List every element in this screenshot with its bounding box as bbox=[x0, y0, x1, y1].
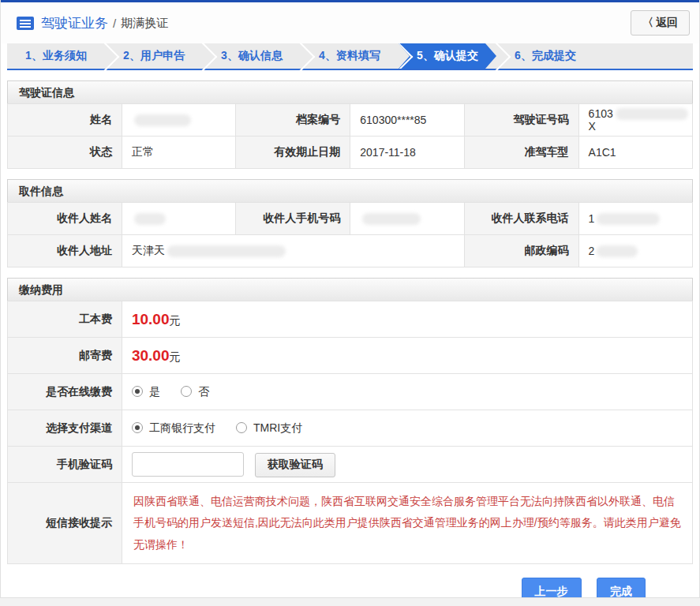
get-captcha-button[interactable]: 获取验证码 bbox=[255, 453, 335, 477]
table-row: 选择支付渠道 工商银行支付TMRI支付 bbox=[8, 410, 693, 447]
pay-channel-options: 工商银行支付TMRI支付 bbox=[122, 410, 692, 447]
table-row: 收件人地址 天津天 邮政编码 2 bbox=[8, 235, 693, 267]
section-license-header: 驾驶证信息 bbox=[7, 80, 693, 104]
tel-value: 1 bbox=[578, 203, 692, 235]
status-label: 状态 bbox=[8, 137, 122, 169]
captcha-input[interactable] bbox=[132, 452, 244, 477]
sms-notice-text: 因陕西省联通、电信运营商技术问题，陕西省互联网交通安全综合服务管理平台无法向持陕… bbox=[133, 495, 681, 551]
captcha-row: 获取验证码 bbox=[122, 447, 692, 483]
page: 驾驶证业务 / 期满换证 〈返回 1、业务须知 2、用户申告 3、确认信息 4、… bbox=[0, 0, 700, 606]
expiry-value: 2017-11-18 bbox=[350, 137, 464, 169]
recipient-value bbox=[122, 203, 235, 235]
section-fees-header: 缴纳费用 bbox=[7, 278, 693, 301]
step-tabs: 1、业务须知 2、用户申告 3、确认信息 4、资料填写 5、确认提交 6、完成提… bbox=[7, 43, 693, 70]
mail-fee-value: 30.00元 bbox=[122, 338, 692, 374]
work-fee-unit: 元 bbox=[170, 314, 181, 327]
redacted-value bbox=[167, 245, 286, 257]
mail-fee-label: 邮寄费 bbox=[8, 338, 122, 374]
class-value: A1C1 bbox=[578, 137, 692, 169]
name-value bbox=[122, 104, 235, 137]
table-row: 是否在线缴费 是否 bbox=[8, 374, 693, 410]
table-row: 工本费 10.00元 bbox=[8, 301, 693, 338]
zip-value: 2 bbox=[578, 235, 692, 267]
table-row: 收件人姓名 收件人手机号码 收件人联系电话 1 bbox=[8, 203, 693, 235]
mail-fee-unit: 元 bbox=[170, 350, 181, 363]
zip-label: 邮政编码 bbox=[464, 235, 578, 267]
tab-step-6[interactable]: 6、完成提交 bbox=[496, 43, 594, 69]
tab-bar-filler bbox=[594, 43, 693, 69]
table-row: 邮寄费 30.00元 bbox=[8, 338, 693, 374]
tel-label: 收件人联系电话 bbox=[464, 203, 578, 235]
tel-prefix: 1 bbox=[589, 212, 595, 225]
breadcrumb-separator: / bbox=[113, 17, 116, 30]
tab-step-6-label: 6、完成提交 bbox=[515, 49, 576, 63]
footer-actions: 上一步 完成 bbox=[7, 564, 693, 598]
pickup-table: 收件人姓名 收件人手机号码 收件人联系电话 1 收件人地址 天津天 邮政编码 2 bbox=[7, 202, 693, 267]
redacted-value bbox=[597, 213, 660, 225]
chevron-left-icon: 〈 bbox=[642, 16, 653, 28]
pay-channel-label: 选择支付渠道 bbox=[8, 410, 122, 447]
file-no-label: 档案编号 bbox=[236, 104, 350, 137]
sms-notice-cell: 因陕西省联通、电信运营商技术问题，陕西省互联网交通安全综合服务管理平台无法向持陕… bbox=[122, 483, 692, 564]
online-pay-no-radio[interactable] bbox=[181, 386, 192, 397]
work-fee-value: 10.00元 bbox=[122, 301, 692, 338]
tab-step-2-label: 2、用户申告 bbox=[123, 49, 185, 63]
breadcrumb: 驾驶证业务 / 期满换证 bbox=[17, 14, 631, 32]
table-row: 姓名 档案编号 610300****85 驾驶证号码 6103X bbox=[8, 104, 693, 137]
channel-icbc-label: 工商银行支付 bbox=[149, 421, 215, 434]
table-row: 短信接收提示 因陕西省联通、电信运营商技术问题，陕西省互联网交通安全综合服务管理… bbox=[8, 483, 693, 564]
license-table: 姓名 档案编号 610300****85 驾驶证号码 6103X 状态 正常 有… bbox=[7, 103, 693, 169]
redacted-value bbox=[134, 213, 166, 225]
work-fee-label: 工本费 bbox=[8, 301, 122, 338]
license-no-value: 6103X bbox=[578, 104, 692, 137]
back-button-label: 返回 bbox=[656, 16, 678, 28]
online-pay-no-label: 否 bbox=[198, 385, 209, 398]
table-row: 手机验证码 获取验证码 bbox=[8, 447, 693, 483]
class-label: 准驾车型 bbox=[464, 137, 578, 169]
online-pay-yes-radio[interactable] bbox=[132, 386, 143, 397]
tab-step-5-label: 5、确认提交 bbox=[417, 49, 478, 63]
finish-button[interactable]: 完成 bbox=[597, 578, 646, 598]
zip-prefix: 2 bbox=[589, 245, 595, 257]
license-no-prefix: 6103 bbox=[589, 107, 613, 120]
page-title: 期满换证 bbox=[121, 16, 168, 31]
page-header: 驾驶证业务 / 期满换证 〈返回 bbox=[1, 2, 699, 43]
list-icon bbox=[17, 17, 34, 30]
section-pickup-header: 取件信息 bbox=[7, 179, 693, 203]
online-pay-options: 是否 bbox=[122, 374, 692, 410]
redacted-value bbox=[134, 114, 191, 126]
online-pay-yes-label: 是 bbox=[149, 385, 160, 398]
phone-value bbox=[350, 203, 464, 235]
tab-step-1-label: 1、业务须知 bbox=[25, 49, 87, 63]
back-button[interactable]: 〈返回 bbox=[631, 10, 690, 36]
main-panel: 驾驶证业务 / 期满换证 〈返回 1、业务须知 2、用户申告 3、确认信息 4、… bbox=[0, 0, 700, 598]
phone-label: 收件人手机号码 bbox=[236, 203, 350, 235]
redacted-value bbox=[362, 213, 421, 225]
sms-notice-label: 短信接收提示 bbox=[8, 483, 122, 564]
redacted-value bbox=[616, 108, 688, 120]
table-row: 状态 正常 有效期止日期 2017-11-18 准驾车型 A1C1 bbox=[8, 137, 693, 169]
channel-tmri-label: TMRI支付 bbox=[253, 421, 302, 434]
redacted-value bbox=[597, 245, 638, 257]
mail-fee-amount: 30.00 bbox=[132, 347, 170, 364]
license-no-label: 驾驶证号码 bbox=[464, 104, 578, 137]
channel-icbc-radio[interactable] bbox=[132, 422, 143, 433]
tab-step-4[interactable]: 4、资料填写 bbox=[301, 43, 399, 69]
breadcrumb-business: 驾驶证业务 bbox=[41, 14, 108, 32]
channel-tmri-radio[interactable] bbox=[236, 422, 247, 433]
tab-step-3-label: 3、确认信息 bbox=[221, 49, 283, 63]
expiry-label: 有效期止日期 bbox=[236, 137, 350, 169]
address-label: 收件人地址 bbox=[8, 235, 122, 267]
recipient-label: 收件人姓名 bbox=[8, 203, 122, 235]
previous-step-button[interactable]: 上一步 bbox=[522, 578, 582, 598]
status-value: 正常 bbox=[122, 137, 235, 169]
captcha-label: 手机验证码 bbox=[8, 447, 122, 483]
license-no-suffix: X bbox=[589, 120, 596, 133]
address-prefix: 天津天 bbox=[132, 244, 165, 256]
file-no-value: 610300****85 bbox=[350, 104, 464, 137]
tab-step-4-label: 4、资料填写 bbox=[319, 49, 380, 63]
address-value: 天津天 bbox=[122, 235, 464, 267]
fees-table: 工本费 10.00元 邮寄费 30.00元 是否在线缴费 是否 选择支付渠道 bbox=[7, 301, 693, 564]
work-fee-amount: 10.00 bbox=[132, 311, 170, 327]
online-pay-label: 是否在线缴费 bbox=[8, 374, 122, 410]
